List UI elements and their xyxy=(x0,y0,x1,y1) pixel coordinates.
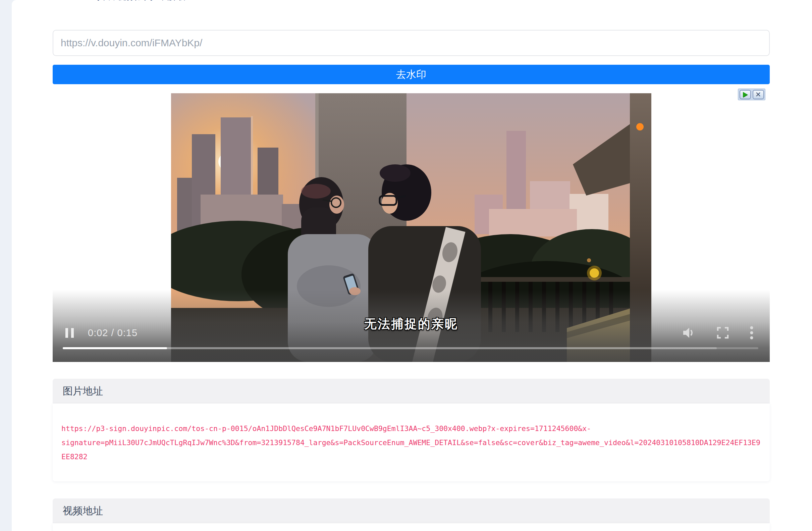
image-url-line: https://p3-sign.douyinpic.com/tos-cn-p-0… xyxy=(61,422,761,436)
image-url-link[interactable]: https://p3-sign.douyinpic.com/tos-cn-p-0… xyxy=(61,422,761,464)
play-icon xyxy=(743,92,748,97)
volume-icon[interactable] xyxy=(682,327,696,339)
pause-button[interactable] xyxy=(66,328,74,338)
image-url-section-header: 图片地址 xyxy=(53,379,770,403)
overflow-menu-icon[interactable] xyxy=(750,326,754,340)
download-play-button[interactable] xyxy=(740,90,751,99)
video-url-input[interactable] xyxy=(53,30,770,56)
video-controls-bar: 0:02 / 0:15 xyxy=(53,325,770,341)
progress-bar[interactable] xyxy=(63,347,758,349)
video-player[interactable]: 无法捕捉的亲昵 0:02 / 0:15 xyxy=(53,93,770,362)
image-url-section-title: 图片地址 xyxy=(63,384,103,398)
close-icon: ✕ xyxy=(755,91,762,98)
image-url-line: EE8282 xyxy=(61,450,761,464)
download-close-button[interactable]: ✕ xyxy=(753,90,764,99)
video-url-section: 视频地址 xyxy=(53,499,770,531)
download-helper-widget: ✕ xyxy=(738,88,765,100)
fullscreen-icon[interactable] xyxy=(717,327,729,339)
progress-played xyxy=(63,347,167,349)
image-url-section: 图片地址 https://p3-sign.douyinpic.com/tos-c… xyxy=(53,379,770,482)
page-title-text: ❖ 抖音视频去水印解析 xyxy=(85,0,188,1)
video-url-section-header: 视频地址 xyxy=(53,499,770,523)
remove-watermark-button[interactable]: 去水印 xyxy=(53,65,770,84)
video-url-section-title: 视频地址 xyxy=(63,504,103,518)
content-column: ❖ 抖音视频去水印解析 去水印 xyxy=(53,0,770,531)
page-title: ❖ 抖音视频去水印解析 xyxy=(85,0,188,1)
video-url-section-body xyxy=(53,523,770,531)
main-card: ❖ 抖音视频去水印解析 去水印 xyxy=(12,0,812,531)
time-display: 0:02 / 0:15 xyxy=(88,327,137,339)
image-url-line: signature=pMiiL30U7cJmUQcTLgRqIJw7Wnc%3D… xyxy=(61,436,761,450)
image-url-section-body: https://p3-sign.douyinpic.com/tos-cn-p-0… xyxy=(53,403,770,482)
